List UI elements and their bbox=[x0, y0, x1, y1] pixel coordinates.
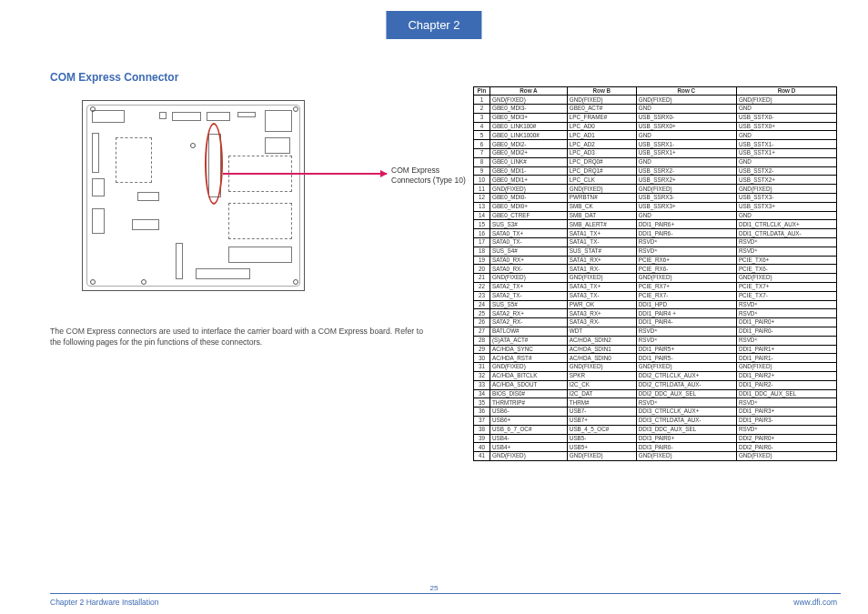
pin-cell: SUS_S3# bbox=[490, 220, 568, 229]
table-row: 19SATA0_RX+SATA1_RX+PCIE_RX6+PCIE_TX6+ bbox=[474, 256, 837, 265]
table-row: 27BATLOW#WDTRSVD¹⁾DDI1_PAIR0- bbox=[474, 327, 837, 337]
pin-cell: GND bbox=[736, 131, 836, 140]
pin-cell: 30 bbox=[474, 354, 490, 363]
table-row: 14GBE0_CTREFSMB_DATGNDGND bbox=[474, 211, 837, 220]
table-row: 33AC/HDA_SDOUTI2C_CKDDI2_CTRLDATA_AUX-DD… bbox=[474, 380, 837, 389]
pin-cell: PWR_OK bbox=[567, 300, 636, 309]
table-row: 22SATA2_TX+SATA3_TX+PCIE_RX7+PCIE_TX7+ bbox=[474, 283, 837, 292]
pin-cell: PCIE_TX6- bbox=[736, 265, 836, 274]
table-row: 30AC/HDA_RST#AC/HDA_SDIN0DDI1_PAIR5-DDI1… bbox=[474, 354, 837, 363]
pin-cell: GND bbox=[636, 157, 736, 166]
pin-cell: USB7+ bbox=[567, 416, 636, 425]
pin-cell: 12 bbox=[474, 194, 490, 203]
pin-cell: RSVD¹⁾ bbox=[636, 336, 736, 345]
table-row: 12GBE0_MDI0-PWRBTN#USB_SSRX3-USB_SSTX3- bbox=[474, 194, 837, 203]
pin-table-header: Row C bbox=[636, 87, 736, 96]
pin-cell: DDI1_PAIR6+ bbox=[636, 220, 736, 229]
pin-table-header: Row B bbox=[567, 87, 636, 96]
table-row: 28(S)ATA_ACT#AC/HDA_SDIN2RSVD¹⁾RSVD¹⁾ bbox=[474, 336, 837, 345]
pin-cell: 4 bbox=[474, 122, 490, 131]
pin-cell: PCIE_RX6+ bbox=[636, 256, 736, 265]
pin-cell: 39 bbox=[474, 434, 490, 443]
pin-cell: GBE0_MDI3- bbox=[490, 105, 568, 114]
pin-cell: USB4+ bbox=[490, 443, 568, 452]
pin-cell: GND(FIXED) bbox=[490, 185, 568, 194]
pin-cell: GBE0_MDI3+ bbox=[490, 113, 568, 122]
table-row: 38USB_6_7_OC#USB_4_5_OC#DDI3_DDC_AUX_SEL… bbox=[474, 425, 837, 434]
pin-cell: DDI3_DDC_AUX_SEL bbox=[636, 425, 736, 434]
pin-cell: 41 bbox=[474, 452, 490, 461]
pin-cell: 23 bbox=[474, 291, 490, 300]
pin-cell: LPC_DRQ0# bbox=[567, 157, 636, 166]
pin-cell: 36 bbox=[474, 408, 490, 417]
table-row: 29AC/HDA_SYNCAC/HDA_SDIN1DDI1_PAIR5+DDI1… bbox=[474, 345, 837, 354]
pin-cell: 34 bbox=[474, 389, 490, 398]
pin-cell: DDI3_CTRLDATA_AUX- bbox=[636, 416, 736, 425]
table-row: 20SATA0_RX-SATA1_RX-PCIE_RX6-PCIE_TX6- bbox=[474, 265, 837, 274]
footer-rule bbox=[50, 593, 841, 594]
pin-cell: LPC_AD1 bbox=[567, 131, 636, 140]
callout-highlight bbox=[205, 123, 223, 205]
pin-cell: SATA2_TX- bbox=[490, 291, 568, 300]
pin-cell: SMB_CK bbox=[567, 202, 636, 211]
pin-cell: DDI1_PAIR3+ bbox=[736, 408, 836, 417]
pin-cell: GND(FIXED) bbox=[567, 274, 636, 283]
pin-cell: GBE0_CTREF bbox=[490, 211, 568, 220]
pin-cell: DDI3_PAIR0- bbox=[636, 443, 736, 452]
table-row: 18SUS_S4#SUS_STAT#RSVD¹⁾RSVD¹⁾ bbox=[474, 247, 837, 256]
pin-cell: 9 bbox=[474, 166, 490, 176]
pin-cell: USB_SSRX0- bbox=[636, 113, 736, 122]
pin-table: PinRow ARow BRow CRow D 1GND(FIXED)GND(F… bbox=[473, 86, 837, 461]
table-row: 26SATA2_RX-SATA3_RX-DDI1_PAIR4-DDI1_PAIR… bbox=[474, 318, 837, 327]
pin-cell: DDI1_DDC_AUX_SEL bbox=[736, 389, 836, 398]
pin-cell: AC/HDA_SDIN0 bbox=[567, 354, 636, 363]
callout-arrow bbox=[223, 173, 387, 175]
pin-cell: GND(FIXED) bbox=[636, 452, 736, 461]
pin-cell: AC/HDA_BITCLK bbox=[490, 372, 568, 381]
pin-cell: GBE0_ACT# bbox=[567, 105, 636, 114]
table-row: 40USB4+USB5+DDI3_PAIR0-DDI2_PAIR0- bbox=[474, 443, 837, 452]
pin-cell: SPKR bbox=[567, 372, 636, 381]
pin-cell: 6 bbox=[474, 140, 490, 149]
pin-cell: USB5- bbox=[567, 434, 636, 443]
pin-cell: USB_SSTX2+ bbox=[736, 176, 836, 185]
pin-cell: GND bbox=[636, 211, 736, 220]
pin-cell: PCIE_RX7- bbox=[636, 291, 736, 300]
table-row: 41GND(FIXED)GND(FIXED)GND(FIXED)GND(FIXE… bbox=[474, 452, 837, 461]
pin-cell: USB_SSTX3- bbox=[736, 194, 836, 203]
table-row: 13GBE0_MDI0+SMB_CKUSB_SSRX3+USB_SSTX3+ bbox=[474, 202, 837, 211]
pin-cell: SATA3_RX- bbox=[567, 318, 636, 327]
pin-cell: SATA1_TX- bbox=[567, 238, 636, 247]
pin-cell: USB_SSRX1+ bbox=[636, 149, 736, 158]
pin-cell: USB_SSTX1- bbox=[736, 140, 836, 149]
table-row: 24SUS_S5#PWR_OKDDI1_HPDRSVD¹⁾ bbox=[474, 300, 837, 309]
pin-cell: 1 bbox=[474, 96, 490, 105]
pin-cell: LPC_AD3 bbox=[567, 149, 636, 158]
pin-cell: DDI2_CTRLCLK_AUX+ bbox=[636, 372, 736, 381]
pin-cell: LPC_AD2 bbox=[567, 140, 636, 149]
pin-cell: SATA1_TX+ bbox=[567, 229, 636, 238]
pin-cell: 29 bbox=[474, 345, 490, 354]
pin-cell: GND(FIXED) bbox=[736, 274, 836, 283]
pin-cell: RSVD¹⁾ bbox=[636, 247, 736, 256]
pin-cell: AC/HDA_SYNC bbox=[490, 345, 568, 354]
pin-cell: USB_SSTX0- bbox=[736, 113, 836, 122]
pin-cell: DDI1_HPD bbox=[636, 300, 736, 309]
pin-cell: GBE0_MDI2- bbox=[490, 140, 568, 149]
pin-cell: DDI1_CTRLDATA_AUX- bbox=[736, 229, 836, 238]
pin-cell: 27 bbox=[474, 327, 490, 337]
pin-cell: DDI1_PAIR4- bbox=[636, 318, 736, 327]
pin-cell: DDI1_PAIR0- bbox=[736, 327, 836, 337]
pin-cell: 26 bbox=[474, 318, 490, 327]
table-row: 21GND(FIXED)GND(FIXED)GND(FIXED)GND(FIXE… bbox=[474, 274, 837, 283]
pin-cell: 8 bbox=[474, 157, 490, 166]
pin-cell: DDI2_CTRLDATA_AUX- bbox=[636, 380, 736, 389]
pin-cell: SATA2_RX- bbox=[490, 318, 568, 327]
pin-cell: PCIE_TX7+ bbox=[736, 283, 836, 292]
pin-cell: USB_SSRX0+ bbox=[636, 122, 736, 131]
pin-cell: DDI3_CTRLCLK_AUX+ bbox=[636, 408, 736, 417]
pin-cell: GND(FIXED) bbox=[636, 96, 736, 105]
pin-cell: AC/HDA_SDIN1 bbox=[567, 345, 636, 354]
pin-cell: GBE0_MDI1- bbox=[490, 166, 568, 176]
page-number: 25 bbox=[430, 584, 439, 592]
